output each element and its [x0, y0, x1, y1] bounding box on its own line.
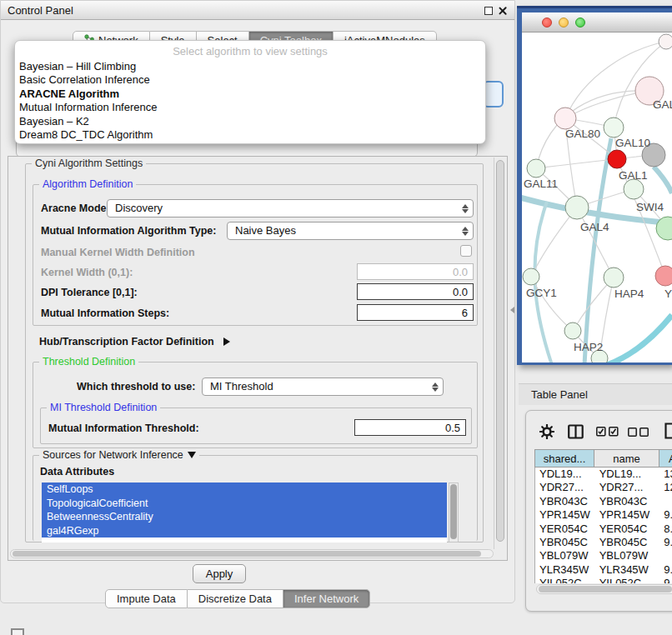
split-pane-handle[interactable] [510, 307, 514, 313]
table-row[interactable]: YDL19...YDL19...13 [535, 468, 672, 481]
algorithm-option[interactable]: Bayesian – K2 [15, 115, 485, 128]
apply-button[interactable]: Apply [193, 564, 246, 583]
scrollbar-thumb[interactable] [13, 551, 481, 557]
tab-infer-network[interactable]: Infer Network [283, 589, 370, 608]
table-horizontal-scrollbar[interactable] [536, 584, 672, 594]
table-cell: YBR043C [595, 495, 660, 508]
network-node-label: Y [664, 288, 672, 300]
table-row[interactable]: YPR145WYPR145W9. [535, 508, 672, 522]
network-edge[interactable] [607, 315, 672, 362]
table-row[interactable]: YLR345WYLR345W9. [535, 563, 672, 577]
document-icon[interactable] [664, 422, 672, 439]
network-node[interactable] [523, 268, 539, 285]
network-node[interactable] [655, 266, 672, 286]
group-title: Cyni Algorithm Settings [32, 158, 146, 169]
sources-toggle[interactable]: Sources for Network Inference [39, 449, 199, 461]
network-node[interactable] [527, 159, 545, 178]
hub-definition-label: Hub/Transcription Factor Definition [39, 336, 214, 348]
algorithm-option[interactable]: Mutual Information Inference [15, 101, 485, 114]
column-header[interactable]: A [659, 449, 672, 468]
algorithm-option[interactable]: ARACNE Algorithm [15, 88, 485, 101]
hub-definition-toggle[interactable]: Hub/Transcription Factor Definition [39, 336, 230, 348]
column-layout-icon[interactable] [568, 424, 584, 439]
mi-steps-input[interactable]: 6 [357, 304, 474, 321]
network-canvas[interactable]: GALGAL80GAL10GAL1GAL11SWI4GAL4GCY1HAP4YH… [522, 32, 672, 362]
dpi-tolerance-input[interactable]: 0.0 [357, 283, 474, 300]
settings-gear-icon[interactable] [539, 424, 554, 439]
close-icon[interactable] [498, 6, 508, 16]
table-row[interactable]: YER054CYER054C8. [535, 522, 672, 536]
algorithm-option[interactable]: Basic Correlation Inference [15, 73, 485, 87]
manual-kernel-width-checkbox[interactable] [460, 245, 472, 257]
cyni-algorithm-settings-group: Cyni Algorithm Settings Algorithm Defini… [25, 163, 484, 542]
network-edge[interactable] [654, 167, 672, 193]
network-node[interactable] [608, 150, 626, 168]
table-cell: YIL052C [535, 577, 595, 583]
kernel-width-input[interactable]: 0.0 [357, 263, 474, 280]
group-title: Threshold Definition [39, 356, 138, 368]
attribute-list-item[interactable]: gal4RGexp [42, 524, 447, 538]
settings-vertical-scrollbar[interactable] [494, 158, 506, 549]
network-node-label: GAL4 [580, 221, 609, 233]
float-window-icon[interactable] [484, 7, 493, 15]
table-cell: YBL079W [595, 549, 660, 562]
tab-impute-data[interactable]: Impute Data [105, 589, 188, 608]
algorithm-definition-group: Algorithm Definition Aracne Mode: Discov… [33, 184, 478, 326]
algorithm-option[interactable]: Bayesian – Hill Climbing [15, 60, 485, 73]
algorithm-option[interactable]: Dream8 DC_TDC Algorithm [15, 128, 485, 142]
attribute-list-item[interactable]: TopologicalCoefficient [42, 497, 447, 511]
attribute-list-item[interactable]: SelfLoops [42, 482, 447, 497]
zoom-traffic-light-icon[interactable] [575, 18, 585, 28]
settings-horizontal-scrollbar[interactable] [10, 549, 494, 558]
network-node-label: HAP4 [614, 288, 644, 300]
minimize-traffic-light-icon[interactable] [559, 18, 569, 28]
network-window-titlebar[interactable] [522, 12, 672, 32]
table-row[interactable]: YIL052CYIL052C9. [535, 577, 672, 583]
network-node[interactable] [564, 322, 581, 339]
network-node[interactable] [604, 268, 624, 288]
network-edge[interactable] [584, 138, 611, 362]
table-row[interactable]: YBR045CYBR045C9. [535, 536, 672, 549]
attributes-scrollbar[interactable] [449, 482, 459, 542]
group-title: MI Threshold Definition [47, 402, 160, 413]
attribute-list-item[interactable]: BetweennessCentrality [42, 510, 447, 524]
network-node[interactable] [659, 34, 672, 49]
network-node-label: GAL80 [565, 128, 600, 140]
table-cell: YIL052C [595, 577, 660, 583]
table-row[interactable]: YBR043CYBR043C [535, 495, 672, 508]
mi-algorithm-type-select[interactable]: Naive Bayes [227, 222, 474, 240]
collapsed-panel-widget[interactable] [11, 628, 24, 635]
cyni-bottom-tabs: Impute Data Discretize Data Infer Networ… [105, 589, 370, 608]
which-threshold-label: Which threshold to use: [77, 381, 195, 392]
cyni-settings-scrollpane: Cyni Algorithm Settings Algorithm Defini… [8, 156, 508, 561]
table-cell: 8. [659, 522, 672, 536]
tab-discretize-data[interactable]: Discretize Data [188, 589, 283, 608]
table-row[interactable]: YBL079WYBL079W [535, 549, 672, 562]
which-threshold-select[interactable]: MI Threshold [202, 378, 444, 396]
close-traffic-light-icon[interactable] [542, 18, 552, 28]
aracne-mode-label: Aracne Mode: [41, 202, 110, 214]
network-node[interactable] [604, 118, 624, 138]
network-node[interactable] [624, 179, 644, 199]
table-header-row: shared...nameA [534, 449, 672, 468]
network-node-label: GAL1 [619, 169, 648, 182]
aracne-mode-select[interactable]: Discovery [107, 199, 474, 218]
table-cell: YDL19... [595, 468, 660, 481]
mi-threshold-input[interactable]: 0.5 [354, 419, 466, 436]
network-node[interactable] [565, 196, 589, 219]
control-panel-window: Control Panel Network Style Select Cyni … [0, 0, 515, 603]
table-cell: 9. [659, 508, 672, 522]
deselect-all-checkboxes-icon[interactable] [628, 428, 649, 437]
column-header[interactable]: name [594, 449, 659, 468]
table-cell: 13 [659, 468, 672, 481]
table-cell: YER054C [535, 522, 595, 536]
column-header[interactable]: shared... [534, 449, 594, 468]
table-cell: YBR045C [535, 536, 595, 549]
scrollbar-thumb[interactable] [539, 586, 672, 592]
scrollbar-thumb[interactable] [496, 160, 504, 542]
table-row[interactable]: YDR27...YDR27...12 [535, 481, 672, 494]
scrollbar-thumb[interactable] [450, 484, 457, 539]
table-cell: 12 [659, 481, 672, 494]
select-all-checkboxes-icon[interactable] [596, 427, 619, 437]
network-node[interactable] [554, 108, 576, 129]
